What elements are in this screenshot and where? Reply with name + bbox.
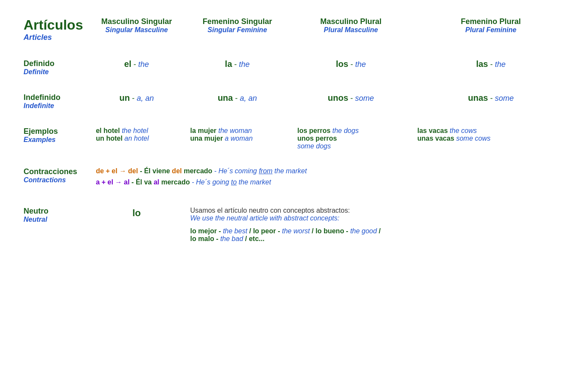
neutro-ex2-dash: - [276,227,282,235]
col3-header-italic: Plural Masculine [297,26,405,34]
contr1-tr-underline: from [259,167,273,175]
neutro-ex2-sp: lo peor [253,227,276,235]
header-label-cell: Artículos Articles [17,13,90,46]
neutro-article-cell: lo [90,202,184,247]
neutro-description-cell: Usamos el artículo neutro con conceptos … [184,202,571,247]
ejemplos-col3-l2-sp: unos perros [297,135,337,142]
indefinido-col2-article: una [218,93,233,103]
ejemplos-col2-line2: una mujer a woman [190,135,285,142]
neutro-examples-line1: lo mejor - the best / lo peor - the wors… [190,227,564,235]
definido-col1-translation: the [138,60,149,69]
definido-col4-dash: - [488,60,495,69]
ejemplos-col1-line1: el hotel the hotel [96,127,177,135]
ejemplos-col3: los perros the dogs unos perros some dog… [291,123,411,154]
indefinido-col1-dash: - [130,94,137,103]
col-header-fem-sing: Femenino Singular Singular Feminine [184,13,291,46]
definido-col1-article: el [124,59,132,69]
definido-col3-dash: - [348,60,355,69]
ejemplos-col4: las vacas the cows unas vacas some cows [411,123,571,154]
ejemplos-col1: el hotel the hotel un hotel an hotel [90,123,184,154]
neutro-ex2-tr: the worst [282,227,310,235]
col-header-masc-sing: Masculino Singular Singular Masculine [90,13,184,46]
ejemplos-col2-l1-tr: the woman [219,127,252,134]
indefinido-col1-translation: a, an [137,94,154,103]
ejemplos-col1-l2-sp: un hotel [96,135,123,142]
contr1-sp2: mercado [184,167,213,175]
ejemplos-col4-line1: las vacas the cows [417,127,564,135]
indefinido-col4-translation: some [495,94,514,103]
neutro-desc-sp: Usamos el artículo neutro con conceptos … [190,207,564,214]
ejemplos-col1-l2-tr: an hotel [124,135,149,142]
neutro-examples: lo mejor - the best / lo peor - the wors… [190,227,564,243]
ejemplos-label-cell: Ejemplos Examples [17,123,90,154]
indefinido-col3: unos - some [291,89,411,114]
contr2-sp1: - Él va [132,178,154,186]
neutro-label-italic: Neutral [24,216,83,223]
indefinido-label-cell: Indefinido Indefinite [17,89,90,114]
ejemplos-label: Ejemplos [24,127,83,136]
indefinido-col4-article: unas [468,93,488,103]
ejemplos-col2: la mujer the woman una mujer a woman [184,123,291,154]
contr2-sp2: mercado [161,178,190,186]
indefinido-col1: un - a, an [90,89,184,114]
ejemplos-col1-line2: un hotel an hotel [96,135,177,142]
contr2-highlight: al [153,178,159,186]
ejemplos-col3-line3: some dogs [297,142,405,150]
ejemplos-col2-line1: la mujer the woman [190,127,285,135]
definido-col3-translation: the [355,60,366,69]
definido-col3: los - the [291,55,411,80]
definido-col2: la - the [184,55,291,80]
contr1-tr-pre: He´s coming [219,167,259,175]
neutro-ex3-dash: - [344,227,350,235]
neutro-article: lo [132,208,141,218]
contr2-tr-pre: He´s going [196,178,231,186]
definido-col2-dash: - [232,60,239,69]
neutro-ex3-sp: lo bueno [315,227,344,235]
ejemplos-col2-l2-sp: una mujer [190,135,223,142]
neutro-ex4-dash: - [214,235,220,242]
definido-col4-article: las [476,59,488,69]
ejemplos-col1-l1-sp: el hotel [96,127,120,134]
ejemplos-col4-line2: unas vacas some cows [417,135,564,142]
neutro-ex4-tr: the bad [220,235,243,242]
contr2-tr-underline: to [231,178,237,186]
contracciones-label: Contracciones [24,167,83,176]
neutro-ex1-sp: lo mejor [190,227,217,235]
ejemplos-col3-l2-tr: some dogs [297,142,331,150]
contr2-formula: a + el → al [96,178,130,186]
indefinido-col3-translation: some [355,94,374,103]
neutro-ex2-sep: / [310,227,315,235]
col1-header-italic: Singular Masculine [96,26,177,34]
contr1-dash: - [214,167,219,175]
neutro-ex4-sep: / etc... [243,235,264,242]
neutro-ex4-sp: lo malo [190,235,214,242]
contr1-tr-post: the market [273,167,307,175]
col4-header-main: Femenino Plural [417,17,564,26]
indefinido-col1-article: un [119,93,129,103]
neutro-ex1-tr: the best [223,227,247,235]
articles-title-italic: Articles [24,33,83,42]
indefinido-col2: una - a, an [184,89,291,114]
col2-header-main: Femenino Singular [190,17,285,26]
neutro-ex1-dash: - [217,227,223,235]
contr2-dash: - [192,178,196,186]
col2-header-italic: Singular Feminine [190,26,285,34]
ejemplos-col2-l1-sp: la mujer [190,127,216,134]
ejemplos-col3-line1: los perros the dogs [297,127,405,135]
neutro-desc-tr: We use the neutral article with abstract… [190,214,564,222]
col3-header-main: Masculino Plural [297,17,405,26]
definido-label-italic: Definite [24,68,83,76]
neutro-examples-line2: lo malo - the bad / etc... [190,235,564,243]
ejemplos-col3-l1-sp: los perros [297,127,330,134]
indefinido-col3-article: unos [328,93,348,103]
indefinido-col3-dash: - [348,94,355,103]
ejemplos-col2-l2-tr: a woman [225,135,253,142]
definido-col4: las - the [411,55,571,80]
neutro-label: Neutro [24,207,83,216]
contr2-tr-post: the market [237,178,271,186]
contracciones-label-cell: Contracciones Contractions [17,163,90,194]
definido-label: Definido [24,59,83,68]
contraction-line2: a + el → al - Él va al mercado - He´s go… [96,178,564,186]
ejemplos-col1-l1-tr: the hotel [122,127,148,134]
indefinido-col4-dash: - [488,94,495,103]
